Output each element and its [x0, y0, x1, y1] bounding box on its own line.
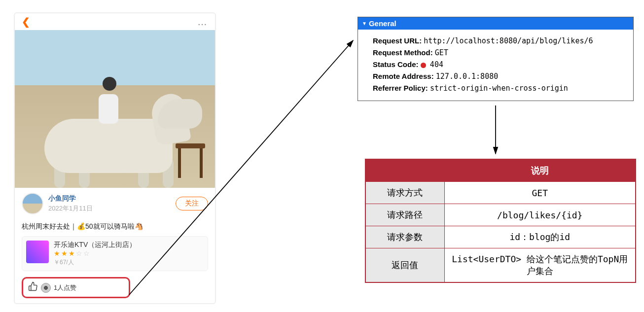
avatar[interactable] — [22, 193, 43, 214]
triangle-down-icon: ▼ — [362, 21, 367, 26]
phone-card: ❮ … 小鱼同学 2022年1月11日 关注 杭州周末好去处｜💰50就可以骑马啦… — [14, 12, 216, 304]
author-name[interactable]: 小鱼同学 — [48, 194, 93, 203]
post-hero-image — [15, 30, 215, 188]
post-title: 杭州周末好去处｜💰50就可以骑马啦🐴 — [15, 219, 215, 236]
follow-button[interactable]: 关注 — [176, 197, 208, 210]
author-row: 小鱼同学 2022年1月11日 关注 — [15, 188, 215, 219]
location-stars: ★★★☆☆ — [54, 249, 136, 257]
referrer-policy-row: Referrer Policy: strict-origin-when-cros… — [373, 84, 626, 93]
location-card[interactable]: 开乐迪KTV（运河上街店） ★★★☆☆ ￥67/人 — [22, 236, 208, 271]
table-row: 请求参数 id：blog的id — [365, 226, 636, 248]
devtools-section-header[interactable]: ▼ General — [358, 17, 633, 30]
table-row: 请求方式 GET — [365, 182, 636, 204]
like-count-text: 1人点赞 — [54, 283, 76, 292]
spec-header-desc: 说明 — [444, 159, 636, 182]
location-price: ￥67/人 — [54, 258, 136, 267]
remote-address-row: Remote Address: 127.0.0.1:8080 — [373, 72, 626, 81]
request-method-row: Request Method: GET — [373, 48, 626, 57]
table-row: 返回值 List<UserDTO> 给这个笔记点赞的TopN用户集合 — [365, 248, 636, 283]
arrow-devtools-to-table — [488, 104, 503, 158]
location-name: 开乐迪KTV（运河上街店） — [54, 241, 136, 249]
devtools-general-panel: ▼ General Request URL: http://localhost:… — [358, 17, 634, 101]
phone-header: ❮ … — [15, 13, 215, 30]
back-icon[interactable]: ❮ — [22, 16, 30, 28]
spec-header-blank — [365, 159, 444, 182]
like-bar[interactable]: 1人点赞 — [22, 277, 130, 298]
api-spec-table: 说明 请求方式 GET 请求路径 /blog/likes/{id} 请求参数 i… — [365, 159, 636, 283]
liker-avatar — [41, 283, 51, 293]
post-date: 2022年1月11日 — [48, 204, 93, 213]
table-row: 请求路径 /blog/likes/{id} — [365, 204, 636, 226]
request-url-row: Request URL: http://localhost:8080/api/b… — [373, 36, 626, 45]
thumb-up-icon — [28, 281, 38, 294]
status-dot-icon — [421, 63, 426, 68]
status-code-row: Status Code: 404 — [373, 60, 626, 69]
devtools-section-title: General — [369, 19, 396, 28]
more-icon[interactable]: … — [197, 16, 208, 28]
location-thumb — [26, 241, 49, 263]
